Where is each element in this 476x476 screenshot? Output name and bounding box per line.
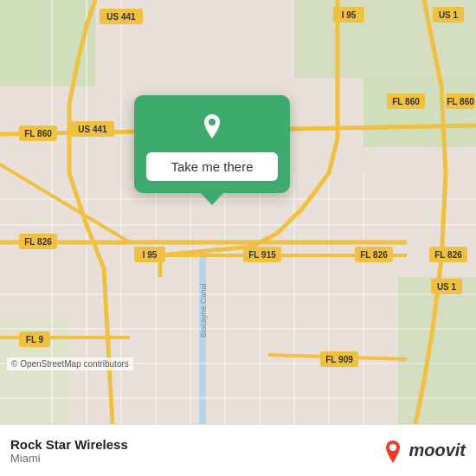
svg-text:US 1: US 1 [437, 282, 457, 292]
svg-point-63 [209, 119, 215, 125]
moovit-brand-text: moovit [408, 441, 466, 460]
svg-text:FL 860: FL 860 [24, 129, 52, 138]
svg-text:FL 826: FL 826 [360, 250, 388, 260]
map-attribution: © OpenStreetMap contributors [7, 357, 133, 370]
location-info: Rock Star Wireless Miami [10, 437, 128, 465]
svg-text:FL 915: FL 915 [248, 250, 276, 260]
moovit-pin-icon [381, 439, 405, 463]
map-container: US 441 US 441 I 95 US 1 FL 860 FL 860 FL… [0, 0, 476, 424]
svg-text:FL 826: FL 826 [434, 250, 462, 260]
popup-card: Take me there [134, 95, 290, 193]
svg-text:US 441: US 441 [106, 12, 136, 22]
svg-text:FL 860: FL 860 [392, 97, 420, 106]
svg-text:FL 9: FL 9 [26, 335, 44, 344]
moovit-logo: moovit [381, 439, 466, 463]
location-pin-icon [196, 111, 228, 144]
bottom-bar: Rock Star Wireless Miami moovit [0, 424, 476, 476]
svg-text:I 95: I 95 [143, 250, 158, 260]
svg-text:FL 826: FL 826 [24, 237, 52, 247]
svg-text:US 1: US 1 [439, 10, 459, 20]
svg-text:US 441: US 441 [78, 125, 107, 134]
svg-text:FL 860: FL 860 [447, 97, 474, 106]
svg-text:Biscayne Canal: Biscayne Canal [199, 283, 208, 338]
svg-text:I 95: I 95 [342, 10, 357, 20]
svg-rect-3 [363, 78, 476, 147]
svg-text:FL 909: FL 909 [325, 355, 353, 364]
location-city: Miami [10, 452, 128, 465]
take-me-there-button[interactable]: Take me there [146, 152, 278, 181]
location-name: Rock Star Wireless [10, 437, 128, 452]
svg-point-64 [389, 444, 396, 451]
